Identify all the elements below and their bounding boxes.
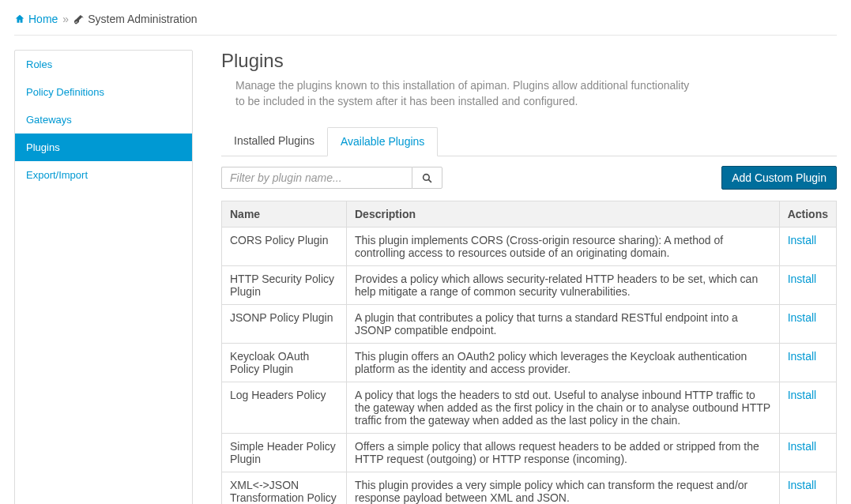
tab-installed-plugins[interactable]: Installed Plugins [221, 127, 327, 156]
main-content: Plugins Manage the plugins known to this… [221, 50, 837, 504]
page-description: Manage the plugins known to this install… [235, 78, 694, 109]
cell-actions: Install [779, 228, 836, 266]
cell-description: This plugin provides a very simple polic… [347, 472, 780, 504]
breadcrumb-home[interactable]: Home [14, 13, 58, 25]
install-link[interactable]: Install [788, 273, 817, 285]
cell-description: Provides a policy which allows security-… [347, 266, 780, 305]
breadcrumb-current-label: System Administration [88, 13, 198, 25]
install-link[interactable]: Install [788, 479, 817, 491]
sidebar-item-policy-definitions[interactable]: Policy Definitions [15, 78, 192, 106]
search-button[interactable] [412, 167, 442, 189]
install-link[interactable]: Install [788, 311, 817, 324]
cell-description: Offers a simple policy that allows reque… [347, 434, 780, 472]
sidebar-item-label: Export/Import [26, 169, 88, 181]
add-custom-plugin-button[interactable]: Add Custom Plugin [721, 166, 837, 190]
cell-name: JSONP Policy Plugin [222, 305, 347, 344]
table-row: XML<->JSON Transformation Policy PluginT… [222, 472, 837, 504]
cell-actions: Install [779, 305, 836, 344]
toolbar: Add Custom Plugin [221, 166, 837, 190]
install-link[interactable]: Install [788, 440, 817, 453]
cell-name: HTTP Security Policy Plugin [222, 266, 347, 305]
cell-name: Simple Header Policy Plugin [222, 434, 347, 472]
breadcrumb: Home » System Administration [14, 8, 837, 36]
cell-name: XML<->JSON Transformation Policy Plugin [222, 472, 347, 504]
svg-point-0 [424, 174, 430, 180]
breadcrumb-sep: » [62, 13, 69, 25]
sidebar-item-label: Roles [26, 58, 52, 70]
cell-actions: Install [779, 472, 836, 504]
install-link[interactable]: Install [788, 350, 817, 363]
table-row: CORS Policy PluginThis plugin implements… [222, 228, 837, 266]
cell-description: A policy that logs the headers to std ou… [347, 382, 780, 434]
sidebar-item-label: Plugins [26, 141, 60, 153]
svg-line-1 [428, 179, 431, 182]
sidebar: Roles Policy Definitions Gateways Plugin… [14, 50, 193, 504]
cell-actions: Install [779, 344, 836, 382]
button-label: Add Custom Plugin [732, 171, 827, 184]
install-link[interactable]: Install [788, 234, 817, 246]
cell-description: A plugin that contributes a policy that … [347, 305, 780, 344]
table-row: JSONP Policy PluginA plugin that contrib… [222, 305, 837, 344]
wrench-icon [73, 14, 84, 24]
sidebar-item-label: Gateways [26, 114, 72, 126]
breadcrumb-home-label: Home [28, 13, 58, 25]
cell-name: CORS Policy Plugin [222, 228, 347, 266]
th-name: Name [222, 201, 347, 228]
table-row: Keycloak OAuth Policy PluginThis plugin … [222, 344, 837, 382]
sidebar-item-roles[interactable]: Roles [15, 51, 192, 78]
tabs: Installed Plugins Available Plugins [221, 126, 837, 156]
cell-name: Keycloak OAuth Policy Plugin [222, 344, 347, 382]
cell-description: This plugin offers an OAuth2 policy whic… [347, 344, 780, 382]
tab-label: Installed Plugins [234, 134, 314, 147]
tab-available-plugins[interactable]: Available Plugins [327, 127, 438, 156]
table-row: Simple Header Policy PluginOffers a simp… [222, 434, 837, 472]
cell-actions: Install [779, 434, 836, 472]
install-link[interactable]: Install [788, 389, 817, 401]
plugins-table: Name Description Actions CORS Policy Plu… [221, 201, 837, 504]
tab-label: Available Plugins [341, 135, 424, 148]
search-icon [422, 173, 432, 183]
filter-input[interactable] [221, 167, 412, 189]
sidebar-item-plugins[interactable]: Plugins [15, 134, 192, 161]
sidebar-item-label: Policy Definitions [26, 86, 104, 98]
th-description: Description [347, 201, 780, 228]
sidebar-item-gateways[interactable]: Gateways [15, 106, 192, 134]
filter-group [221, 167, 442, 189]
cell-description: This plugin implements CORS (Cross-origi… [347, 228, 780, 266]
page-title: Plugins [221, 50, 837, 72]
sidebar-item-export-import[interactable]: Export/Import [15, 161, 192, 189]
cell-actions: Install [779, 382, 836, 434]
cell-name: Log Headers Policy [222, 382, 347, 434]
table-row: Log Headers PolicyA policy that logs the… [222, 382, 837, 434]
th-actions: Actions [779, 201, 836, 228]
breadcrumb-current: System Administration [73, 13, 198, 25]
table-row: HTTP Security Policy PluginProvides a po… [222, 266, 837, 305]
cell-actions: Install [779, 266, 836, 305]
home-icon [14, 13, 25, 24]
